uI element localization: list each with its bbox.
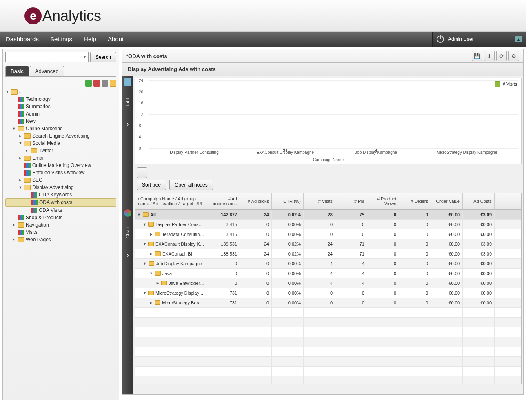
- tree-item[interactable]: New: [5, 118, 116, 125]
- tree-item[interactable]: ►Navigation: [5, 221, 116, 229]
- table-row: [135, 376, 521, 384]
- table-row[interactable]: ▼Job Display Kampagne000.00%4400€0.00€0.…: [135, 259, 521, 269]
- refresh-button[interactable]: ⟳: [496, 51, 507, 61]
- column-header[interactable]: Order Value: [431, 193, 463, 209]
- tree-item[interactable]: Visits: [5, 229, 116, 236]
- table-row: [135, 337, 521, 347]
- table-row: [135, 357, 521, 367]
- gear-icon[interactable]: [102, 80, 108, 87]
- report-tree: ▼/ TechnologySummariesAdminNew▼Online Ma…: [5, 88, 116, 243]
- table-row[interactable]: ►MicroStrategy Beratung73100.00%0000€0.0…: [135, 298, 521, 308]
- settings-button[interactable]: ⚙: [508, 51, 519, 61]
- search-dropdown-icon[interactable]: ▼: [81, 52, 88, 62]
- main-nav: Dashboards Settings Help About Admin Use…: [0, 32, 526, 47]
- table-row[interactable]: ▼Display-Partner-Consulting3,41500.00%00…: [135, 220, 521, 229]
- tree-item[interactable]: ►Search Engine Advertising: [5, 132, 116, 140]
- panel-title: Display Advertising Ads with costs: [122, 63, 523, 76]
- doc-header: *ODA with costs 💾 ⬇ ⟳ ⚙: [122, 49, 524, 63]
- add-icon[interactable]: [85, 80, 92, 87]
- table-row[interactable]: ►Teradata-Consulting-Displa3,41500.00%00…: [135, 229, 521, 239]
- column-header[interactable]: # Ad clicks: [240, 193, 272, 209]
- chart-bar[interactable]: [442, 147, 493, 147]
- column-header[interactable]: # PIs: [335, 193, 367, 209]
- tree-item[interactable]: Online Marketing Overview: [5, 162, 116, 169]
- column-header[interactable]: # Visits: [304, 193, 335, 209]
- app-header: eAnalytics: [0, 0, 526, 32]
- tree-item[interactable]: ▼Display Advertising: [5, 184, 116, 191]
- tree-item[interactable]: Summaries: [5, 103, 116, 110]
- table-row[interactable]: ▼All142,677240.02%287500€0.00€3.09: [135, 210, 521, 220]
- search-input[interactable]: [6, 52, 81, 62]
- expand-chart-icon[interactable]: ›: [127, 120, 129, 128]
- sort-tree-button[interactable]: Sort tree: [137, 180, 166, 190]
- vtab-table[interactable]: Table: [125, 88, 131, 115]
- expand-table-icon[interactable]: ›: [127, 251, 129, 259]
- logo-badge: e: [24, 7, 42, 24]
- vtab-chart[interactable]: Chart: [125, 219, 131, 246]
- search-input-wrap: ▼: [5, 52, 89, 62]
- open-all-nodes-button[interactable]: Open all nodes: [169, 180, 213, 190]
- logo-text: Analytics: [42, 7, 101, 24]
- view-rail: Table › Chart ›: [122, 76, 133, 394]
- user-menu[interactable]: Admin User ▲: [432, 32, 526, 47]
- power-icon: [437, 36, 444, 43]
- tree-item[interactable]: ►Email: [5, 154, 116, 162]
- remove-icon[interactable]: [93, 80, 100, 87]
- tree-item[interactable]: ▼Social Media: [5, 140, 116, 147]
- add-chart-button[interactable]: +: [137, 167, 147, 178]
- sidebar: ▼ Search Basic Advanced ▼/ TechnologySum…: [2, 49, 119, 400]
- tree-item[interactable]: ►SEO: [5, 176, 116, 184]
- user-name: Admin User: [448, 36, 474, 42]
- tree-item[interactable]: Admin: [5, 110, 116, 118]
- tree-item[interactable]: ▼Online Marketing: [5, 125, 116, 132]
- sidebar-tabs: Basic Advanced: [5, 66, 116, 77]
- search-button[interactable]: Search: [90, 52, 116, 62]
- chart-bar[interactable]: 24: [260, 147, 311, 147]
- table-row[interactable]: ▼EXAConsult Display Kampagne138,531240.0…: [135, 239, 521, 249]
- tree-root[interactable]: ▼/: [5, 88, 116, 96]
- column-header[interactable]: # Ad impression..: [208, 193, 240, 209]
- column-header[interactable]: # Orders: [399, 193, 431, 209]
- app-logo: eAnalytics: [24, 7, 101, 24]
- column-header[interactable]: / Campaign Name / Ad group name / Ad Hea…: [135, 193, 208, 209]
- table-row: [135, 318, 521, 327]
- column-header[interactable]: CTR (%): [272, 193, 304, 209]
- nav-settings[interactable]: Settings: [44, 32, 78, 47]
- tree-item[interactable]: Shop & Products: [5, 214, 116, 221]
- tree-item[interactable]: ►Web Pages: [5, 236, 116, 243]
- table-row[interactable]: ►EXAConsult BI138,531240.02%247100€0.00€…: [135, 249, 521, 259]
- tab-advanced[interactable]: Advanced: [30, 66, 64, 76]
- chart-view-icon: [124, 209, 131, 217]
- tree-item[interactable]: ODA with costs: [5, 198, 116, 207]
- table-row[interactable]: ►Java-Entwickler/in ?000.00%4400€0.00€0.…: [135, 278, 521, 288]
- folder-icon[interactable]: [110, 80, 116, 87]
- tree-item[interactable]: ►Twitter: [5, 147, 116, 154]
- table-row: [135, 327, 521, 337]
- table-row: [135, 347, 521, 357]
- chart: # Visits Display-Partner-Consulting24EXA…: [135, 78, 522, 164]
- nav-dashboards[interactable]: Dashboards: [0, 32, 44, 47]
- tree-item[interactable]: Entailed Visits Overview: [5, 169, 116, 176]
- tree-item[interactable]: ODA Visits: [5, 207, 116, 214]
- column-header[interactable]: Ad Costs: [463, 193, 495, 209]
- table-row: [135, 308, 521, 318]
- tab-basic[interactable]: Basic: [5, 66, 29, 76]
- nav-help[interactable]: Help: [78, 32, 102, 47]
- doc-title: *ODA with costs: [126, 53, 167, 59]
- chevron-up-icon: ▲: [515, 36, 522, 42]
- column-header[interactable]: # Product Views: [367, 193, 399, 209]
- sidebar-actions: [5, 78, 116, 88]
- table-row: [135, 367, 521, 376]
- table-row[interactable]: ▼Java000.00%4400€0.00€0.00: [135, 269, 521, 278]
- x-axis-label: Campaign Name: [135, 158, 521, 162]
- download-button[interactable]: ⬇: [484, 51, 495, 61]
- data-table: / Campaign Name / Ad group name / Ad Hea…: [135, 193, 522, 384]
- nav-about[interactable]: About: [102, 32, 129, 47]
- tree-item[interactable]: ODA Keywords: [5, 191, 116, 198]
- chart-bar[interactable]: [169, 147, 220, 147]
- save-button[interactable]: 💾: [472, 51, 482, 61]
- tree-item[interactable]: Technology: [5, 96, 116, 103]
- chart-bar[interactable]: 4: [351, 147, 402, 147]
- table-row[interactable]: ▼MicroStrategy Display Kampag73100.00%00…: [135, 288, 521, 298]
- content-area: *ODA with costs 💾 ⬇ ⟳ ⚙ Display Advertis…: [122, 49, 524, 400]
